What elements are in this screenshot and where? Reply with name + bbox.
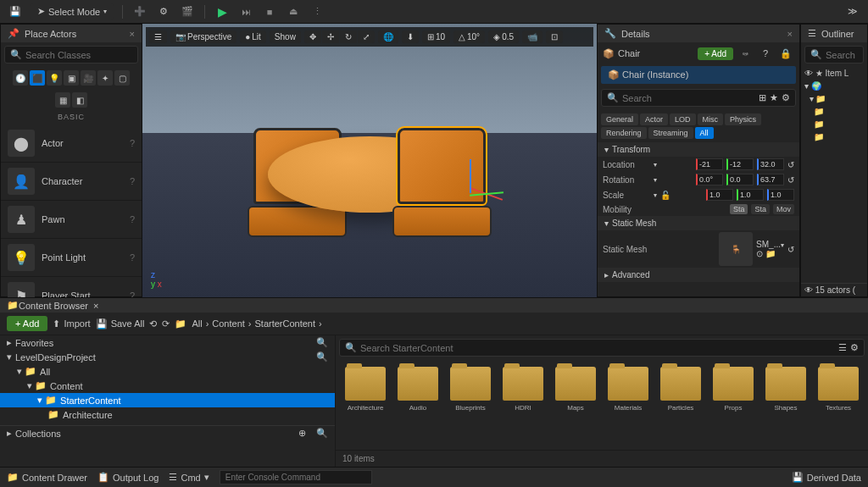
grid-snap-button[interactable]: ⊞ 10: [422, 30, 450, 43]
settings-icon[interactable]: ⚙: [850, 342, 859, 353]
breadcrumb-item[interactable]: Content: [212, 318, 245, 329]
help-icon[interactable]: ?: [757, 45, 774, 62]
place-actor-item[interactable]: ♟Pawn?: [1, 201, 142, 239]
filter-chip[interactable]: Physics: [725, 113, 761, 125]
shapes-icon[interactable]: ▣: [64, 70, 79, 86]
surface-snap-icon[interactable]: ⬇: [402, 30, 419, 43]
show-button[interactable]: Show: [270, 30, 301, 43]
expand-toolbar-icon[interactable]: ≫: [844, 3, 861, 20]
folder-item[interactable]: Props: [710, 367, 756, 443]
cinematic-cat-icon[interactable]: 🎥: [81, 70, 96, 86]
place-actors-search-input[interactable]: [25, 50, 142, 60]
close-icon[interactable]: ×: [130, 29, 135, 39]
filter-chip[interactable]: Streaming: [648, 127, 693, 139]
lit-button[interactable]: ● Lit: [240, 30, 266, 43]
details-search[interactable]: 🔍 ⊞ ★ ⚙: [601, 89, 796, 107]
place-actor-item[interactable]: 👤Character?: [1, 163, 142, 201]
place-actor-item[interactable]: ⬤Actor?: [1, 125, 142, 163]
help-icon[interactable]: ?: [130, 252, 135, 263]
all-classes-icon[interactable]: ▦: [55, 92, 70, 108]
geometry-icon[interactable]: ◧: [72, 92, 87, 108]
basic-icon[interactable]: ⬛: [30, 70, 45, 86]
help-icon[interactable]: ?: [130, 138, 135, 148]
reset-icon[interactable]: ↺: [787, 160, 794, 169]
perspective-button[interactable]: 📷 Perspective: [170, 30, 236, 43]
place-actor-item[interactable]: 💡Point Light?: [1, 239, 142, 277]
transform-section-header[interactable]: ▾ Transform: [598, 142, 799, 157]
recent-icon[interactable]: 🕐: [13, 70, 28, 86]
grid-view-icon[interactable]: ⊞: [759, 92, 766, 103]
add-button[interactable]: + Add: [7, 316, 47, 331]
folder-item[interactable]: Shapes: [763, 367, 809, 443]
rotation-z-input[interactable]: [757, 174, 784, 185]
reset-icon[interactable]: ↺: [787, 245, 794, 254]
breadcrumb-item[interactable]: All: [192, 318, 202, 329]
content-search-input[interactable]: [360, 343, 835, 353]
mobility-movable-button[interactable]: Mov: [773, 204, 794, 214]
scale-y-input[interactable]: [737, 189, 764, 201]
folder-item[interactable]: Blueprints: [448, 367, 493, 443]
filter-chip[interactable]: All: [695, 127, 714, 139]
folder-item[interactable]: Architecture: [342, 367, 388, 443]
scale-snap-button[interactable]: ◈ 0.5: [488, 30, 519, 43]
translate-tool-icon[interactable]: ✢: [322, 30, 339, 43]
filter-chip[interactable]: Rendering: [601, 127, 647, 139]
filter-chip[interactable]: Misc: [698, 113, 724, 125]
visual-icon[interactable]: ✦: [97, 70, 113, 86]
content-search[interactable]: 🔍 ☰ ⚙: [339, 339, 865, 357]
volumes-icon[interactable]: ▢: [114, 70, 130, 86]
mobility-stationary-button[interactable]: Sta: [751, 204, 770, 214]
outliner-search-input[interactable]: [826, 50, 868, 60]
outliner-tree-item[interactable]: ▾ 🌍: [801, 80, 867, 92]
tree-item-content[interactable]: ▾ 📁 Content: [0, 379, 335, 393]
scale-tool-icon[interactable]: ⤢: [358, 30, 375, 43]
place-actors-search[interactable]: 🔍: [4, 46, 138, 64]
cmd-button[interactable]: ☰ Cmd ▾: [169, 472, 209, 483]
outliner-tree-item[interactable]: ▾ 📁: [801, 92, 867, 105]
lights-icon[interactable]: 💡: [47, 70, 62, 86]
angle-snap-button[interactable]: △ 10°: [453, 30, 485, 43]
tree-item-all[interactable]: ▾ 📁 All: [0, 364, 335, 379]
import-button[interactable]: ⬆ Import: [53, 318, 90, 329]
eject-icon[interactable]: ⏏: [285, 3, 302, 20]
help-icon[interactable]: ?: [130, 176, 135, 186]
browse-mesh-icon[interactable]: 📁: [765, 249, 776, 258]
chevron-down-icon[interactable]: ▾: [654, 191, 657, 199]
static-mesh-section-header[interactable]: ▾ Static Mesh: [598, 216, 799, 230]
folder-item[interactable]: Audio: [395, 367, 441, 443]
details-search-input[interactable]: [622, 93, 755, 103]
mesh-value[interactable]: SM_...: [756, 240, 781, 249]
rotation-x-input[interactable]: [696, 174, 723, 185]
select-tool-icon[interactable]: ✥: [304, 30, 321, 43]
content-drawer-button[interactable]: 📁 Content Drawer: [7, 472, 87, 483]
folder-icon[interactable]: 📁: [175, 318, 186, 329]
platforms-icon[interactable]: ⋮: [309, 3, 326, 20]
console-command-input[interactable]: [220, 470, 372, 484]
search-icon[interactable]: 🔍: [309, 426, 335, 440]
browse-icon[interactable]: ⎃: [737, 45, 754, 62]
select-mode-button[interactable]: ➤ Select Mode ▾: [31, 3, 114, 19]
rotation-y-input[interactable]: [726, 174, 754, 185]
lock-icon[interactable]: 🔒: [777, 45, 794, 62]
folder-item[interactable]: Textures: [815, 367, 861, 443]
favorite-icon[interactable]: ★: [770, 92, 778, 103]
breadcrumb-item[interactable]: StarterContent: [255, 318, 316, 329]
chevron-down-icon[interactable]: ▾: [654, 161, 657, 169]
project-section[interactable]: ▾ LevelDesignProject: [0, 350, 309, 364]
lock-scale-icon[interactable]: 🔓: [660, 191, 670, 200]
advanced-section-header[interactable]: ▸ Advanced: [598, 268, 799, 282]
reset-icon[interactable]: ↺: [787, 175, 794, 185]
scale-x-input[interactable]: [706, 189, 733, 201]
filter-icon[interactable]: ☰: [838, 342, 847, 353]
location-z-input[interactable]: [757, 158, 784, 170]
play-icon[interactable]: ▶: [214, 3, 231, 20]
cinematics-icon[interactable]: 🎬: [179, 3, 196, 20]
stop-icon[interactable]: ■: [261, 3, 278, 20]
save-all-button[interactable]: 💾 Save All: [96, 318, 145, 329]
viewport-3d[interactable]: ☰ 📷 Perspective ● Lit Show ✥ ✢ ↻ ⤢ 🌐 ⬇ ⊞…: [142, 24, 597, 297]
use-selected-icon[interactable]: ⊙: [756, 249, 763, 258]
add-content-icon[interactable]: ➕: [131, 3, 148, 20]
favorites-section[interactable]: ▸ Favorites: [0, 335, 309, 350]
add-component-button[interactable]: + Add: [698, 47, 733, 60]
derived-data-button[interactable]: 💾 Derived Data: [792, 472, 861, 483]
